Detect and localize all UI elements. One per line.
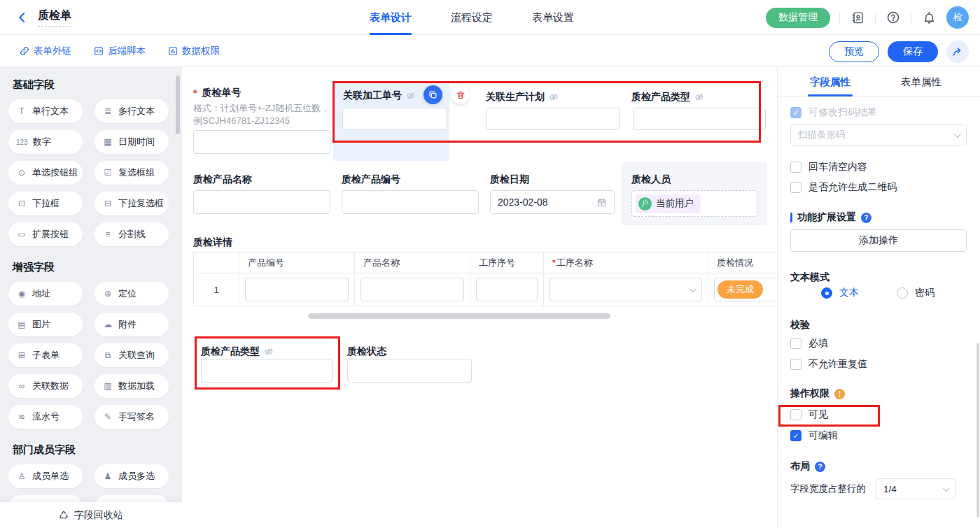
qc-product-name-input[interactable] (193, 190, 330, 214)
form-canvas[interactable]: *质检单号 格式：计划单号+-ZJ随机五位数，例SCJH46781-ZJ1234… (182, 67, 777, 528)
panel-scrollbar-thumb[interactable] (976, 343, 979, 518)
backend-script-link[interactable]: 后端脚本 (94, 35, 146, 67)
col-product-name: 产品名称 (355, 252, 470, 273)
scan-mode-select[interactable]: 扫描条形码 (790, 124, 967, 145)
section-title-enhanced-fields: 增强字段 (13, 261, 174, 274)
eye-off-icon (694, 92, 704, 102)
qc-date-input[interactable]: 2023-02-08 (490, 190, 615, 214)
data-permission-link[interactable]: 数据权限 (168, 35, 220, 67)
sidebar-item-member-multi[interactable]: ♟成员多选 (94, 464, 169, 488)
field-qc-product-name-label: 质检产品名称 (193, 173, 252, 186)
field-width-select[interactable]: 1/4 (876, 478, 955, 499)
page-title[interactable]: 质检单 (38, 8, 71, 27)
sidebar-scrollbar-thumb[interactable] (176, 76, 180, 134)
allow-qrcode-checkbox[interactable] (790, 182, 802, 193)
sidebar-item-number[interactable]: 123数字 (8, 130, 83, 154)
sidebar-item-radio-group[interactable]: ⊙单选按钮组 (8, 161, 83, 185)
visible-checkbox[interactable] (790, 409, 802, 420)
incomplete-status-badge: 未完成 (718, 280, 763, 299)
no-duplicate-checkbox[interactable] (790, 359, 802, 370)
sidebar-item-checkbox-group[interactable]: ☑复选框组 (94, 161, 169, 185)
copy-field-button[interactable] (424, 85, 442, 104)
field-recycle-bin[interactable]: ♺ 字段回收站 (0, 502, 182, 528)
table-horizontal-scrollbar[interactable] (308, 313, 610, 319)
qc-status-input[interactable]: 未完成 (714, 278, 777, 301)
property-panel: 字段属性 表单属性 ✓ 可修改扫码结果 扫描条形码 回车清空内容 是否允许生成二… (777, 67, 980, 528)
sidebar-item-single-line-text[interactable]: T单行文本 (8, 99, 83, 123)
sidebar-item-subform[interactable]: ⊞子表单 (8, 343, 83, 367)
sidebar-item-linked-query[interactable]: ⧉关联查询 (94, 343, 169, 367)
sidebar-item-serial-number[interactable]: ≋流水号 (8, 405, 83, 429)
divider (839, 13, 840, 23)
qc-product-no-input[interactable] (342, 190, 479, 214)
qc-detail-table: 产品编号 产品名称 工序序号 *工序名称 质检情况 1 未完成 (193, 252, 777, 306)
save-button[interactable]: 保存 (888, 41, 938, 62)
clear-on-enter-checkbox[interactable] (790, 162, 802, 173)
text-mode-radio-password[interactable] (897, 287, 908, 299)
sidebar-item-divider[interactable]: ≡分割线 (94, 222, 169, 246)
preview-button[interactable]: 预览 (829, 41, 879, 62)
current-user-chip: 户 当前用户 (636, 194, 701, 213)
radio-icon: ⊙ (16, 168, 27, 178)
text-mode-radio-text[interactable] (821, 287, 832, 299)
field-qc-status-label: 质检状态 (347, 345, 386, 358)
eye-off-icon (549, 92, 559, 102)
help-icon[interactable] (885, 9, 902, 26)
tab-flow-setting[interactable]: 流程设定 (451, 0, 493, 35)
process-seq-input[interactable] (476, 278, 538, 301)
qc-status-cell: 未完成 (708, 273, 777, 306)
sidebar-item-extend-button[interactable]: ▭扩展按钮 (8, 222, 83, 246)
field-qc-person-block[interactable]: 质检人员 户 当前用户 (622, 162, 767, 225)
back-button[interactable] (14, 9, 31, 26)
text-mode-title: 文本模式 (790, 271, 830, 284)
chevron-down-icon (954, 131, 961, 138)
calendar-icon (596, 197, 607, 208)
share-button[interactable] (946, 41, 969, 63)
product-name-cell (355, 273, 470, 306)
help-circle-icon[interactable]: ? (815, 462, 825, 472)
related-process-no-input[interactable] (342, 108, 447, 130)
tab-field-properties[interactable]: 字段属性 (799, 67, 862, 97)
qc-product-type-top-input[interactable] (633, 108, 766, 130)
delete-field-button[interactable] (451, 85, 470, 104)
sidebar-item-address[interactable]: ◉地址 (8, 282, 83, 306)
eye-off-icon (406, 91, 416, 101)
required-checkbox[interactable] (790, 338, 802, 349)
tab-form-setting[interactable]: 表单设置 (532, 0, 574, 35)
contacts-icon[interactable] (849, 9, 866, 26)
process-name-select[interactable] (550, 278, 702, 301)
field-width-label: 字段宽度占整行的 (790, 483, 866, 495)
product-no-input[interactable] (245, 278, 349, 301)
product-name-input[interactable] (360, 278, 464, 301)
sidebar-item-multi-line-text[interactable]: ≣多行文本 (94, 99, 169, 123)
editable-row: ✓ 可编辑 (790, 429, 838, 442)
qc-no-input[interactable] (193, 130, 330, 154)
related-production-plan-input[interactable] (486, 108, 620, 130)
data-manage-button[interactable]: 数据管理 (766, 8, 830, 28)
tab-form-properties[interactable]: 表单属性 (890, 67, 953, 97)
sidebar-item-image[interactable]: ▤图片 (8, 313, 83, 336)
form-designer-app: 质检单 表单设计 流程设定 表单设置 数据管理 检 (0, 0, 980, 528)
qc-product-type-bottom-input[interactable] (201, 359, 332, 383)
sidebar-item-location[interactable]: ⊕定位 (94, 282, 169, 306)
help-circle-icon[interactable]: ? (861, 213, 872, 223)
notification-bell-icon[interactable] (920, 9, 937, 26)
sidebar-item-data-load[interactable]: ▥数据加载 (94, 374, 169, 398)
qc-person-input[interactable]: 户 当前用户 (631, 190, 757, 217)
tab-form-design[interactable]: 表单设计 (370, 0, 412, 35)
user-avatar[interactable]: 检 (946, 6, 969, 29)
qc-status-field-input[interactable] (347, 359, 472, 383)
process-name-cell (544, 273, 708, 306)
sidebar-item-member-single[interactable]: ♙成员单选 (8, 464, 83, 488)
sidebar-item-linked-data[interactable]: ∞关联数据 (8, 374, 83, 398)
editable-checkbox[interactable]: ✓ (790, 430, 802, 441)
sidebar-item-multi-select[interactable]: ⊟下拉复选框 (94, 192, 169, 215)
sidebar-item-datetime[interactable]: ▦日期时间 (94, 130, 169, 154)
form-external-link[interactable]: 表单外链 (20, 35, 71, 67)
modify-scan-result-checkbox[interactable]: ✓ (790, 107, 802, 118)
sidebar-item-signature[interactable]: ✎手写签名 (94, 405, 169, 429)
product-no-cell (239, 273, 355, 306)
sidebar-item-select[interactable]: ⊡下拉框 (8, 192, 83, 215)
sidebar-item-attachment[interactable]: ☁附件 (94, 313, 169, 336)
add-action-button[interactable]: 添加操作 (790, 229, 967, 252)
